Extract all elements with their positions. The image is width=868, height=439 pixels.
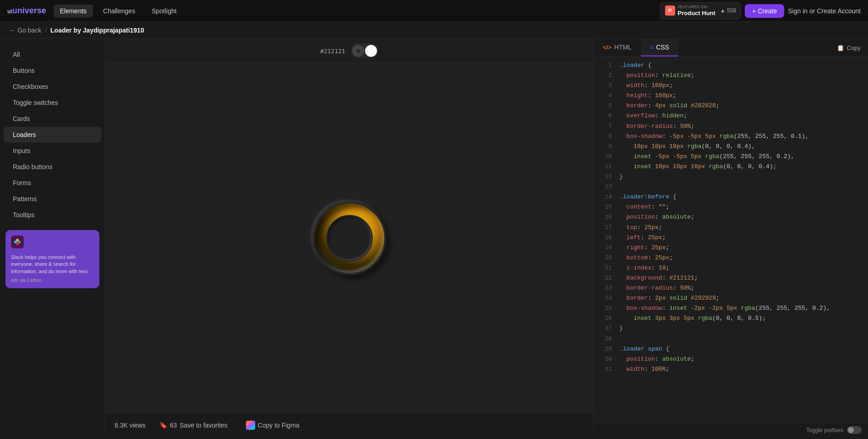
sidebar-item-loaders[interactable]: Loaders — [4, 127, 101, 143]
preview-area: #212121 ☀ 8.3K views 🔖 63 Save to favori… — [105, 39, 593, 437]
sidebar-item-inputs[interactable]: Inputs — [4, 143, 101, 159]
product-hunt-logo: P — [665, 5, 675, 16]
product-hunt-name: Product Hunt — [678, 10, 715, 17]
slack-logo-icon — [11, 236, 94, 251]
theme-light-btn[interactable] — [365, 45, 377, 57]
code-line-20: 20 bottom: 25px; — [594, 253, 868, 263]
back-arrow-icon: ← — [9, 27, 16, 34]
code-line-11: 11 inset 10px 10px 10px rgba(0, 0, 0, 0.… — [594, 162, 868, 172]
sidebar-item-checkboxes[interactable]: Checkboxes — [4, 79, 101, 94]
back-link[interactable]: ← Go back — [9, 27, 41, 34]
product-hunt-count: ▲ 558 — [720, 7, 736, 14]
code-line-29: 29.loader span { — [594, 344, 868, 354]
logo[interactable]: uiuniverse — [7, 6, 46, 16]
code-line-13: 13 — [594, 182, 868, 192]
code-line-15: 15 content: ""; — [594, 202, 868, 212]
toggle-prefix-switch[interactable] — [847, 426, 862, 434]
svg-point-4 — [16, 242, 19, 245]
code-line-25: 25 box-shadow: inset -2px -2px 5px rgba(… — [594, 303, 868, 313]
sidebar-item-all[interactable]: All — [4, 47, 101, 62]
favorites-count: 63 — [170, 422, 177, 429]
code-line-8: 8 box-shadow: -5px -5px 5px rgba(255, 25… — [594, 132, 868, 142]
save-favorites-button[interactable]: 🔖 63 Save to favorites — [155, 419, 232, 432]
tab-css[interactable]: # CSS — [641, 39, 678, 56]
code-line-7: 7 border-radius: 50%; — [594, 121, 868, 132]
loader-animation — [313, 202, 386, 275]
code-line-1: 1.loader { — [594, 60, 868, 71]
sidebar-item-patterns[interactable]: Patterns — [4, 191, 101, 207]
sidebar-item-radio-buttons[interactable]: Radio buttons — [4, 159, 101, 175]
code-line-2: 2 position: relative; — [594, 71, 868, 81]
svg-point-3 — [16, 239, 19, 241]
theme-toggle[interactable]: ☀ — [351, 44, 378, 58]
product-hunt-featured: FEATURED ON — [678, 5, 715, 10]
toggle-prefix-row: Toggle prefixes — [594, 423, 868, 437]
sidebar: All Buttons Checkboxes Toggle switches C… — [0, 39, 105, 437]
code-line-6: 6 overflow: hidden; — [594, 111, 868, 121]
toggle-prefix-label: Toggle prefixes — [806, 427, 843, 434]
sidebar-item-cards[interactable]: Cards — [4, 111, 101, 126]
code-line-24: 24 border: 2px solid #292929; — [594, 293, 868, 303]
svg-rect-0 — [11, 236, 24, 248]
back-label: Go back — [17, 27, 41, 34]
ad-small: ads via Carbon — [11, 278, 94, 283]
code-line-28: 28 — [594, 334, 868, 344]
html-icon: </> — [603, 44, 611, 51]
product-hunt-button[interactable]: P FEATURED ON Product Hunt ▲ 558 — [660, 2, 742, 19]
sidebar-item-forms[interactable]: Forms — [4, 175, 101, 191]
product-hunt-text: FEATURED ON Product Hunt — [678, 5, 715, 16]
nav-elements[interactable]: Elements — [54, 5, 93, 17]
code-line-31: 31 width: 100%; — [594, 364, 868, 374]
code-line-21: 21 z-index: 10; — [594, 263, 868, 273]
code-line-30: 30 position: absolute; — [594, 354, 868, 364]
code-line-12: 12} — [594, 172, 868, 182]
loader-inner — [326, 215, 373, 262]
nav-challenges[interactable]: Challenges — [97, 5, 142, 17]
copy-figma-label: Copy to Figma — [258, 422, 300, 429]
preview-canvas — [105, 63, 593, 413]
copy-code-button[interactable]: 📋 Copy — [830, 39, 868, 56]
preview-toolbar: #212121 ☀ — [105, 39, 593, 63]
breadcrumb: ← Go back / Loader by Jaydipprajapati191… — [0, 22, 868, 39]
code-line-23: 23 border-radius: 50%; — [594, 283, 868, 293]
color-code: #212121 — [320, 48, 345, 55]
code-panel: </> HTML # CSS 📋 Copy 1.loader { 2 posit… — [593, 39, 868, 437]
code-line-3: 3 width: 160px; — [594, 81, 868, 91]
code-line-19: 19 right: 25px; — [594, 243, 868, 253]
bookmark-icon: 🔖 — [159, 422, 167, 429]
nav-spotlight[interactable]: Spotlight — [145, 5, 183, 17]
sidebar-ad[interactable]: Slack helps you connect with everyone, s… — [5, 230, 99, 288]
main-layout: All Buttons Checkboxes Toggle switches C… — [0, 39, 868, 437]
theme-dark-btn[interactable]: ☀ — [352, 45, 364, 57]
sidebar-item-toggle-switches[interactable]: Toggle switches — [4, 95, 101, 110]
ad-text: Slack helps you connect with everyone, s… — [11, 254, 94, 275]
code-tabs: </> HTML # CSS 📋 Copy — [594, 39, 868, 57]
bottom-bar: 8.3K views 🔖 63 Save to favorites Copy t… — [105, 413, 593, 437]
logo-prefix: ui — [7, 8, 12, 15]
code-line-16: 16 position: absolute; — [594, 212, 868, 222]
copy-label: Copy — [847, 44, 861, 51]
views-count: 8.3K views — [115, 422, 146, 429]
tab-html[interactable]: </> HTML — [594, 39, 641, 56]
create-button[interactable]: + Create — [745, 4, 784, 18]
sidebar-item-buttons[interactable]: Buttons — [4, 63, 101, 78]
code-line-10: 10 inset -5px -5px 5px rgba(255, 255, 25… — [594, 152, 868, 162]
figma-icon — [246, 421, 255, 430]
code-line-14: 14.loader:before { — [594, 192, 868, 202]
copy-figma-button[interactable]: Copy to Figma — [241, 418, 304, 433]
save-favorites-label: Save to favorites — [180, 422, 227, 429]
code-line-18: 18 left: 25px; — [594, 233, 868, 243]
tab-css-label: CSS — [656, 44, 669, 51]
breadcrumb-separator: / — [45, 27, 47, 34]
code-line-26: 26 inset 3px 3px 5px rgba(0, 0, 0, 0.5); — [594, 313, 868, 324]
sidebar-item-tooltips[interactable]: Tooltips — [4, 207, 101, 223]
code-line-27: 27} — [594, 324, 868, 334]
code-line-17: 17 top: 25px; — [594, 223, 868, 233]
css-icon: # — [650, 44, 653, 51]
breadcrumb-title: Loader by Jaydipprajapati1910 — [50, 27, 144, 34]
code-line-22: 22 background: #212121; — [594, 273, 868, 283]
code-line-9: 9 10px 10px 10px rgba(0, 0, 0, 0.4), — [594, 142, 868, 152]
logo-name: universe — [12, 6, 46, 15]
code-line-4: 4 height: 160px; — [594, 91, 868, 101]
sign-in-link[interactable]: Sign in or Create Account — [788, 7, 861, 15]
